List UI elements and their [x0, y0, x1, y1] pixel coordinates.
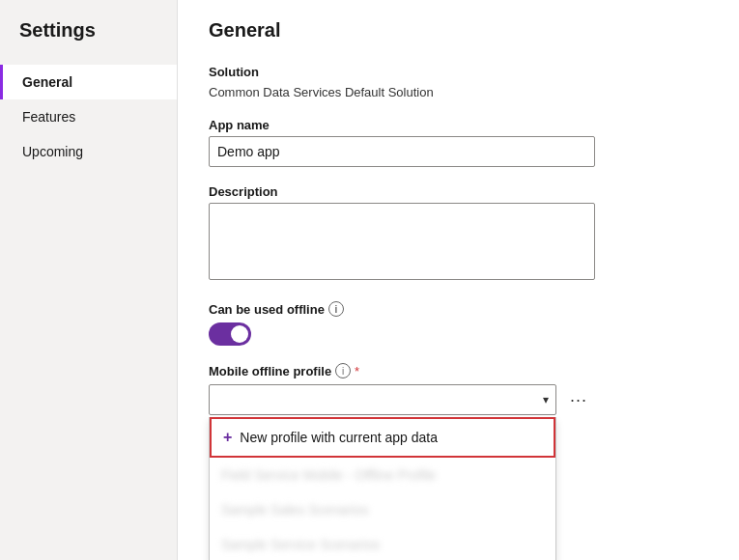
- offline-field: Can be used offline i: [209, 301, 708, 346]
- sidebar: Settings General Features Upcoming: [0, 0, 178, 560]
- description-field: Description: [209, 184, 708, 284]
- plus-icon: +: [223, 429, 232, 446]
- app-name-label: App name: [209, 118, 708, 132]
- offline-label: Can be used offline: [209, 302, 325, 317]
- profile-dropdown-row: ▾ + New profile with current app data Fi…: [209, 384, 708, 415]
- sidebar-item-features[interactable]: Features: [0, 99, 177, 134]
- solution-field: Solution Common Data Services Default So…: [209, 65, 708, 100]
- offline-toggle[interactable]: [209, 322, 251, 346]
- description-label: Description: [209, 184, 708, 199]
- more-options-button[interactable]: ···: [564, 389, 593, 410]
- dropdown-option-3[interactable]: Sample Service Scenarios: [210, 527, 555, 560]
- profile-field: Mobile offline profile i * ▾ + New profi…: [209, 363, 708, 415]
- sidebar-item-general[interactable]: General: [0, 65, 177, 99]
- profile-label: Mobile offline profile: [209, 364, 331, 378]
- offline-label-row: Can be used offline i: [209, 301, 708, 317]
- new-profile-option[interactable]: + New profile with current app data: [210, 417, 555, 458]
- profile-dropdown-menu: + New profile with current app data Fiel…: [209, 417, 556, 560]
- sidebar-item-upcoming[interactable]: Upcoming: [0, 134, 177, 169]
- page-title: General: [209, 19, 708, 42]
- settings-title: Settings: [0, 19, 177, 65]
- profile-dropdown-input[interactable]: [209, 384, 556, 415]
- dropdown-option-2[interactable]: Sample Sales Scenarios: [210, 492, 555, 527]
- profile-info-icon[interactable]: i: [335, 363, 351, 378]
- solution-label: Solution: [209, 65, 708, 79]
- app-name-input[interactable]: [209, 136, 595, 167]
- profile-dropdown-container: ▾ + New profile with current app data Fi…: [209, 384, 556, 415]
- offline-info-icon[interactable]: i: [328, 301, 344, 317]
- main-content: General Solution Common Data Services De…: [178, 0, 739, 560]
- app-name-field: App name: [209, 118, 708, 167]
- profile-label-row: Mobile offline profile i *: [209, 363, 708, 378]
- required-star: *: [355, 364, 359, 378]
- new-profile-label: New profile with current app data: [240, 430, 438, 445]
- dropdown-option-1[interactable]: Field Service Mobile - Offline Profile: [210, 458, 555, 492]
- solution-value: Common Data Services Default Solution: [209, 85, 434, 99]
- description-input[interactable]: [209, 203, 595, 280]
